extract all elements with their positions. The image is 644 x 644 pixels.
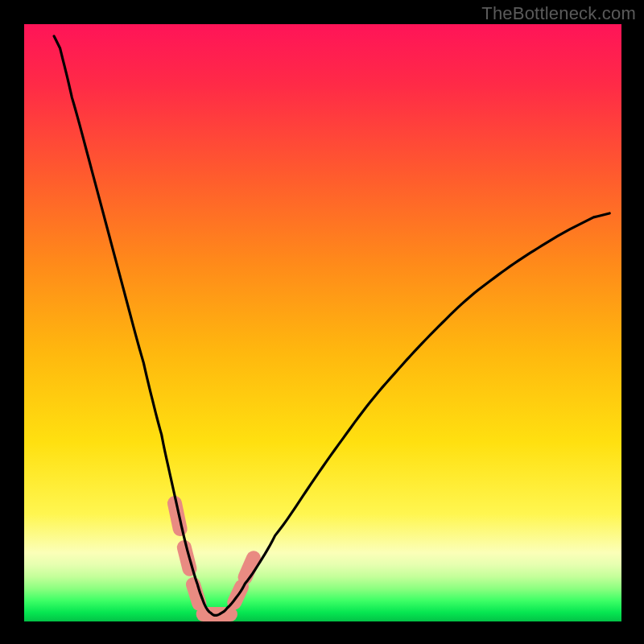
bottleneck-chart xyxy=(0,0,644,644)
chart-stage: TheBottleneck.com xyxy=(0,0,644,644)
watermark-text: TheBottleneck.com xyxy=(481,3,636,24)
plot-background xyxy=(24,24,621,621)
